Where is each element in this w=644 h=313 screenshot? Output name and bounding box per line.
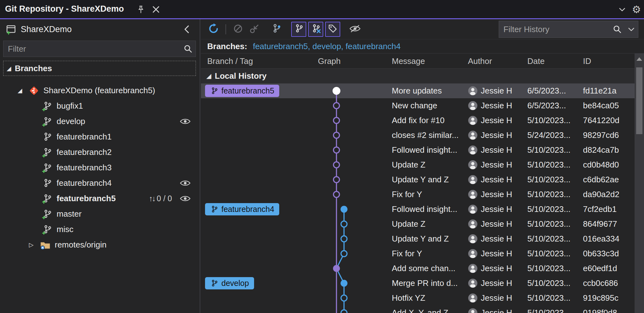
branches-label: Branches: bbox=[207, 42, 247, 51]
commit-row[interactable]: Add X, Y, and ZJessie H5/10/20230198f0d8 bbox=[201, 305, 635, 313]
branch-badge-develop[interactable]: develop bbox=[205, 277, 254, 289]
commit-date: 5/10/2023... bbox=[527, 246, 581, 261]
commit-row[interactable]: New changeJessie H6/5/2023...be84ca05 bbox=[201, 98, 635, 113]
commit-row[interactable]: Fix for YJessie H5/10/2023...da90a2d2 bbox=[201, 187, 635, 202]
branch-up-icon bbox=[42, 193, 53, 204]
commit-author: Jessie H bbox=[468, 187, 526, 202]
history-filter-input[interactable] bbox=[499, 25, 610, 34]
author-name: Jessie H bbox=[481, 86, 512, 96]
collapse-icon[interactable]: ◢ bbox=[7, 65, 15, 72]
fetch-button[interactable] bbox=[246, 21, 263, 37]
gear-icon[interactable]: ⚙ bbox=[631, 4, 642, 15]
branch-link-develop[interactable]: develop bbox=[313, 42, 341, 51]
pin-icon[interactable] bbox=[135, 4, 147, 15]
tree-item-featurebranch5[interactable]: featurebranch5↑↓0 / 0 bbox=[0, 191, 200, 206]
commit-date: 5/10/2023... bbox=[527, 143, 581, 157]
branches-section-header[interactable]: ◢ Branches bbox=[3, 61, 196, 76]
commit-author: Jessie H bbox=[468, 113, 526, 128]
local-history-header[interactable]: ◢ Local History bbox=[201, 69, 644, 83]
commit-message: Fix for Y bbox=[392, 246, 466, 261]
commit-row[interactable]: Update ZJessie H5/10/2023...864f9677 bbox=[201, 217, 635, 231]
commit-row[interactable]: developMerge PR into d...Jessie H5/10/20… bbox=[201, 276, 635, 291]
branch-link-featurebranch4[interactable]: featurebranch4 bbox=[346, 42, 401, 51]
collapse-sidebar-button[interactable] bbox=[182, 24, 192, 34]
tree-item-featurebranch3[interactable]: featurebranch3 bbox=[0, 160, 200, 175]
commit-date: 5/10/2023... bbox=[527, 157, 581, 172]
chevron-down-icon[interactable] bbox=[616, 4, 628, 15]
show-branches-toggle[interactable] bbox=[291, 22, 306, 37]
commit-row[interactable]: Update Y and ZJessie H5/10/2023...016ea3… bbox=[201, 231, 635, 246]
branch-badge-featurebranch5[interactable]: featurebranch5 bbox=[205, 85, 279, 97]
tree-item-sharexdemo-featurebranch5[interactable]: ◢ShareXDemo (featurebranch5) bbox=[0, 83, 200, 98]
author-name: Jessie H bbox=[481, 175, 512, 185]
column-header-date: Date bbox=[527, 54, 545, 69]
commit-author: Jessie H bbox=[468, 276, 526, 291]
commit-message: Fix for Y bbox=[392, 187, 466, 202]
avatar-icon bbox=[468, 264, 478, 273]
scrollbar-thumb[interactable] bbox=[636, 67, 642, 134]
expand-closed-icon[interactable]: ▷ bbox=[29, 241, 37, 248]
collapse-icon[interactable]: ◢ bbox=[207, 72, 215, 80]
tree-item-featurebranch1[interactable]: featurebranch1 bbox=[0, 129, 200, 145]
avatar-icon bbox=[468, 234, 478, 244]
commit-row[interactable]: Add some chan...Jessie H5/10/2023...e60e… bbox=[201, 261, 635, 276]
branch-badge-featurebranch4[interactable]: featurebranch4 bbox=[205, 203, 279, 215]
avatar-icon bbox=[468, 190, 478, 199]
commit-row[interactable]: featurebranch5More updatesJessie H6/5/20… bbox=[201, 83, 635, 98]
close-icon[interactable] bbox=[150, 4, 162, 15]
chevron-down-icon[interactable] bbox=[624, 25, 638, 34]
tree-item-featurebranch4[interactable]: featurebranch4 bbox=[0, 175, 200, 191]
commit-row[interactable]: Fix for YJessie H5/10/2023...0b633c3d bbox=[201, 246, 635, 261]
repo-icon bbox=[6, 24, 16, 35]
search-icon[interactable] bbox=[180, 44, 196, 54]
commit-id: e60edf1d bbox=[583, 261, 634, 276]
branch-new-icon bbox=[42, 208, 53, 220]
tree-item-label: master bbox=[57, 209, 81, 219]
branch-link-featurebranch5[interactable]: featurebranch5 bbox=[253, 42, 308, 51]
tree-item-featurebranch2[interactable]: featurebranch2 bbox=[0, 145, 200, 160]
commit-message: Update Y and Z bbox=[392, 172, 466, 187]
tree-item-label: remotes/origin bbox=[55, 240, 107, 250]
commit-message: Followed insight... bbox=[392, 202, 466, 217]
show-tags-toggle[interactable] bbox=[325, 22, 340, 37]
search-icon[interactable] bbox=[610, 25, 624, 34]
compare-branches-button[interactable] bbox=[268, 21, 285, 37]
commit-message: New change bbox=[392, 98, 466, 113]
branch-icon bbox=[42, 131, 53, 143]
commit-row[interactable]: featurebranch4Followed insight...Jessie … bbox=[201, 202, 635, 217]
branch-new-icon bbox=[42, 116, 53, 127]
commit-row[interactable]: Update Y and ZJessie H5/10/2023...c6db62… bbox=[201, 172, 635, 187]
hide-graph-button[interactable] bbox=[347, 21, 363, 37]
commit-row[interactable]: Hotfix YZJessie H5/10/2023...919c895c bbox=[201, 291, 635, 305]
toolbar-separator bbox=[225, 24, 226, 34]
branch-new-icon bbox=[42, 147, 53, 158]
expand-open-icon[interactable]: ◢ bbox=[18, 87, 26, 94]
vertical-scrollbar[interactable] bbox=[635, 54, 644, 313]
branches-bar: Branches: featurebranch5, develop, featu… bbox=[201, 39, 644, 54]
commit-author: Jessie H bbox=[468, 246, 526, 261]
branch-filter-input[interactable] bbox=[3, 44, 180, 54]
eye-icon[interactable] bbox=[180, 179, 191, 187]
tree-item-bugfix1[interactable]: bugfix1 bbox=[0, 98, 200, 114]
hide-inactive-branches-toggle[interactable] bbox=[308, 22, 323, 37]
branches-section-label: Branches bbox=[15, 64, 52, 73]
avatar-icon bbox=[468, 249, 478, 259]
commit-date: 6/5/2023... bbox=[527, 83, 581, 98]
scroll-up-arrow[interactable] bbox=[636, 57, 642, 61]
tree-item-misc[interactable]: misc bbox=[0, 222, 200, 237]
commit-row[interactable]: closes #2 similar...Jessie H5/24/2023...… bbox=[201, 128, 635, 143]
branch-icon bbox=[210, 205, 218, 213]
refresh-button[interactable] bbox=[205, 21, 222, 37]
eye-icon[interactable] bbox=[180, 117, 191, 125]
commit-id: c6db62ae bbox=[583, 172, 634, 187]
commit-row[interactable]: Update ZJessie H5/10/2023...cd0b48d0 bbox=[201, 157, 635, 172]
eye-icon[interactable] bbox=[180, 195, 191, 202]
tree-item-develop[interactable]: develop bbox=[0, 114, 200, 129]
commit-row[interactable]: Add fix for #10Jessie H5/10/2023...76412… bbox=[201, 113, 635, 128]
repo-header: ShareXDemo bbox=[0, 19, 200, 39]
abort-button[interactable] bbox=[230, 21, 246, 37]
tree-item-remotes-origin[interactable]: ▷remotes/origin bbox=[0, 237, 200, 253]
tree-item-master[interactable]: master bbox=[0, 206, 200, 222]
commit-date: 5/10/2023... bbox=[527, 113, 581, 128]
commit-row[interactable]: Followed insight...Jessie H5/10/2023...d… bbox=[201, 143, 635, 157]
